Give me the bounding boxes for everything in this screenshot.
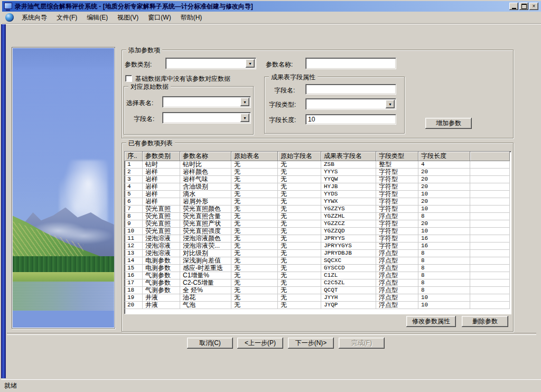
table-cell: GYSCCD [321, 265, 376, 272]
prev-step-button[interactable]: <上一步(P) [237, 338, 283, 349]
table-cell: YGZZQD [321, 228, 376, 235]
table-cell: 15 [125, 265, 143, 272]
next-step-button[interactable]: 下一步(N)> [288, 338, 334, 349]
table-row[interactable]: 6岩样岩屑外形无无YYWX字符型20 [125, 198, 511, 206]
menu-item[interactable]: 帮助(H) [176, 12, 207, 23]
table-cell: 无 [278, 161, 321, 169]
param-category-label: 参数类别: [125, 60, 152, 69]
table-cell: 无 [231, 302, 278, 309]
table-cell: C2C5ZL [321, 279, 376, 287]
minimize-button[interactable] [509, 3, 518, 10]
table-cell: 2 [125, 169, 143, 176]
close-button[interactable]: × [529, 3, 538, 10]
result-field-label: 字段名: [274, 86, 295, 95]
table-row[interactable]: 7荧光直照荧光直照颜色无无YGZZYS字符型10 [125, 206, 511, 213]
table-row[interactable]: 20井液气泡无无JYQP浮点型10 [125, 302, 511, 309]
table-cell: 无 [231, 250, 278, 257]
select-table-combobox[interactable]: ▼ [162, 96, 251, 108]
table-cell: 浮点型 [376, 294, 418, 302]
table-cell: 20 [418, 183, 470, 191]
chevron-down-icon[interactable]: ▼ [386, 100, 395, 108]
field-type-label: 字段类型: [269, 100, 296, 109]
table-row[interactable]: 5岩样滴水无无YYDS字符型10 [125, 191, 511, 198]
table-cell: 浸泡溶液 [143, 242, 180, 250]
delete-parameter-button[interactable]: 删除参数 [462, 316, 508, 327]
window-controls: × [509, 3, 538, 10]
table-cell [470, 250, 510, 257]
table-cell: 14 [125, 257, 143, 265]
table-cell: 20 [418, 176, 470, 183]
field-length-input[interactable] [305, 114, 396, 125]
grid-header-cell: 参数名称 [180, 152, 231, 161]
field-type-combobox[interactable]: ▼ [305, 98, 396, 110]
table-cell: 岩样 [143, 198, 180, 206]
menu-item[interactable]: 文件(F) [52, 12, 82, 23]
table-cell: C1增量% [180, 272, 231, 279]
table-row[interactable]: 8荧光直照荧光直照含量无无YGZZHL浮点型8 [125, 213, 511, 220]
table-cell: 无 [278, 213, 321, 220]
table-cell: 荧光直照 [143, 206, 180, 213]
chevron-down-icon[interactable]: ▼ [240, 114, 249, 122]
add-parameter-button[interactable]: 增加参数 [425, 118, 472, 129]
minimize-icon [512, 8, 516, 9]
param-category-combobox[interactable]: ▼ [165, 58, 256, 69]
table-row[interactable]: 15电测参数感应-时差重迭无无GYSCCD浮点型8 [125, 265, 511, 272]
table-row[interactable]: 10荧光直照荧光直照强度无无YGZZQD字符型10 [125, 228, 511, 235]
table-cell: 无 [231, 235, 278, 242]
table-cell: 无 [231, 265, 278, 272]
menu-item[interactable]: 系统向导 [17, 12, 52, 23]
table-cell: C2-C5增量 [180, 279, 231, 287]
table-row[interactable]: 17气测参数C2-C5增量无无C2C5ZL浮点型8 [125, 279, 511, 287]
table-cell: 无 [278, 169, 321, 176]
table-row[interactable]: 1钻时钻时比无无ZSB整型4 [125, 161, 511, 169]
table-cell: 字符型 [376, 191, 418, 198]
result-field-input[interactable] [305, 84, 396, 95]
add-parameter-group: 添加参数项 参数类别: ▼ 参数名称: 基础数据库中没有该参数对应数据 对应原始… [122, 50, 514, 138]
modify-parameter-button[interactable]: 修改参数属性 [406, 316, 456, 327]
table-row[interactable]: 14电测参数深浅测向差值无无SQCXC浮点型8 [125, 257, 511, 265]
table-row[interactable]: 11浸泡溶液浸泡溶液颜色无无JPRYYS字符型16 [125, 235, 511, 242]
grid-header-cell: 字段类型 [376, 152, 418, 161]
menu-item[interactable]: 窗口(W) [143, 12, 175, 23]
no-data-checkbox[interactable] [125, 75, 132, 82]
table-cell: 无 [278, 191, 321, 198]
menu-item[interactable]: 视图(V) [113, 12, 143, 23]
table-row[interactable]: 19井液油花无无JYYH浮点型10 [125, 294, 511, 302]
origin-field-combobox[interactable]: ▼ [162, 112, 251, 124]
restore-button[interactable] [519, 3, 528, 10]
grid-header-cell: 原始字段名 [278, 152, 321, 161]
table-cell: 字符型 [376, 176, 418, 183]
param-name-input[interactable] [305, 58, 396, 69]
table-cell: C1ZL [321, 272, 376, 279]
table-cell: 岩样 [143, 191, 180, 198]
table-row[interactable]: 3岩样岩样气味无无YYQW字符型20 [125, 176, 511, 183]
table-cell: 岩样 [143, 169, 180, 176]
table-cell [470, 220, 510, 228]
table-cell: 岩屑外形 [180, 198, 231, 206]
table-cell: 8 [418, 213, 470, 220]
chevron-down-icon[interactable]: ▼ [240, 98, 249, 106]
table-cell: 无 [231, 287, 278, 294]
table-cell: 19 [125, 294, 143, 302]
table-row[interactable]: 4岩样含油级别无无HYJB字符型20 [125, 183, 511, 191]
table-cell: 感应-时差重迭 [180, 265, 231, 272]
bottom-band-graphic [13, 311, 114, 328]
table-row[interactable]: 13浸泡溶液对比级别无无JPRYDBJB浮点型8 [125, 250, 511, 257]
menu-item[interactable]: 编辑(E) [82, 12, 113, 23]
table-row[interactable]: 18气测参数全 烃%无无QCQT浮点型8 [125, 287, 511, 294]
table-cell: 无 [231, 220, 278, 228]
table-row[interactable]: 2岩样岩样颜色无无YYYS字符型20 [125, 169, 511, 176]
table-cell: 无 [231, 257, 278, 265]
cancel-button[interactable]: 取消(C) [187, 338, 233, 349]
result-field-group: 成果表字段属性 字段名: 字段类型: ▼ 字段长度: [264, 77, 405, 134]
menu-bar-items: 系统向导文件(F)编辑(E)视图(V)窗口(W)帮助(H) [17, 12, 207, 23]
table-cell: 浸泡溶液 [143, 250, 180, 257]
chevron-down-icon[interactable]: ▼ [246, 59, 255, 68]
table-row[interactable]: 16气测参数C1增量%无无C1ZL浮点型8 [125, 272, 511, 279]
table-cell: 浮点型 [376, 279, 418, 287]
table-row[interactable]: 9荧光直照荧光直照产状无无YGZZCZ字符型20 [125, 220, 511, 228]
table-row[interactable]: 12浸泡溶液浸泡溶液荧...无无JPRYYGYS字符型16 [125, 242, 511, 250]
table-cell [470, 213, 510, 220]
table-cell: 无 [278, 272, 321, 279]
table-cell: 浮点型 [376, 213, 418, 220]
